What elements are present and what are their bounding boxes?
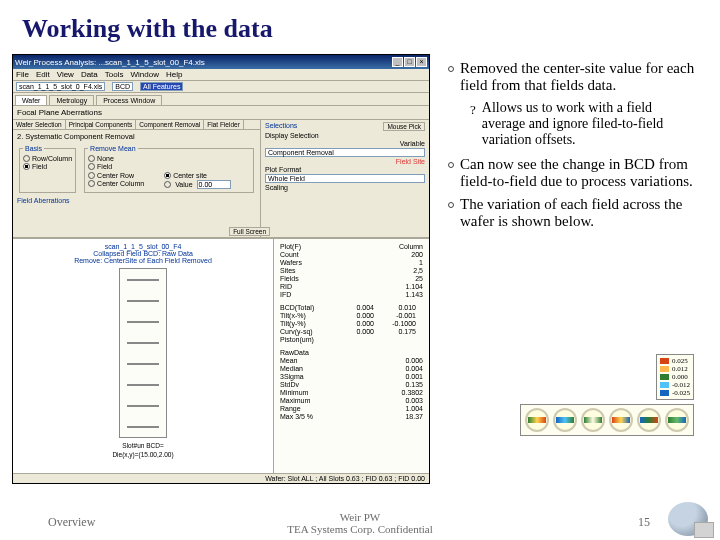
stat-val: 1 [419, 259, 423, 266]
stats-panel: Plot(F)Column Count200 Wafers1 Sites2,5 … [273, 239, 429, 473]
section-heading: 2. Systematic Component Removal [13, 130, 260, 143]
stat-label: Range [280, 405, 301, 412]
variable-label: Variable [265, 140, 425, 147]
tab-metrology[interactable]: Metrology [49, 95, 94, 105]
whole-field-select[interactable]: Whole Field [265, 174, 425, 183]
chart-foot-1: Slot#un BCD= [17, 442, 269, 449]
selections-label: Selections [265, 122, 297, 131]
mouse-pick-button[interactable]: Mouse Pick [383, 122, 425, 131]
close-button[interactable]: × [416, 57, 427, 67]
stat-val: 0.175 [374, 328, 416, 335]
component-removal-select[interactable]: Component Removal [265, 148, 425, 157]
full-screen-button[interactable]: Full Screen [229, 227, 270, 236]
subtab-flat-fielder[interactable]: Flat Fielder [204, 120, 244, 129]
wafer-thumb [609, 408, 633, 432]
stat-label: Maximum [280, 397, 310, 404]
tab-wafer[interactable]: Wafer [15, 95, 47, 105]
slide-footer: Overview Weir PW TEA Systems Corp. Confi… [0, 515, 720, 530]
radio-row-column[interactable] [23, 155, 30, 162]
main-tabs: Wafer Metrology Process Window [13, 93, 429, 106]
slide-title: Working with the data [0, 0, 720, 54]
radio-center-column[interactable] [88, 180, 95, 187]
legend-val: 0.000 [672, 373, 688, 381]
scaling-label: Scaling [265, 184, 425, 191]
stat-label: Piston(um) [280, 336, 332, 343]
feature-select[interactable]: All Features [140, 82, 183, 91]
stat-val: 0.000 [332, 312, 374, 319]
stat-label: Median [280, 365, 303, 372]
file-select[interactable]: scan_1_1_5_slot_0_F4.xls [16, 82, 105, 91]
remove-mean-group: Remove Mean None Field Center Row Center… [84, 145, 254, 193]
maximize-button[interactable]: □ [404, 57, 415, 67]
menu-data[interactable]: Data [81, 70, 98, 79]
stat-val: 0.003 [405, 397, 423, 404]
radio-field[interactable] [23, 163, 30, 170]
wafer-thumb [581, 408, 605, 432]
stat-label: Minimum [280, 389, 308, 396]
stat-val: 1.104 [405, 283, 423, 290]
stat-label: Fields [280, 275, 299, 282]
chart-title-3: Remove: CenterSite of Each Field Removed [17, 257, 269, 264]
subtab-principal-components[interactable]: Principal Components [66, 120, 137, 129]
opt-centersite-label: Center site [173, 172, 207, 179]
stat-val: 0.006 [405, 357, 423, 364]
stat-label: Curv(y-sq) [280, 328, 332, 335]
radio-field2[interactable] [88, 163, 95, 170]
sub-tabs: Wafer Selection Principal Components Com… [13, 120, 260, 130]
opt-centerrow-label: Center Row [97, 172, 134, 179]
field-aberrations-label: Field Aberrations [17, 197, 70, 204]
rawdata-heading: RawData [280, 349, 423, 356]
subbullet-icon: ? [470, 102, 476, 148]
stat-label: Wafers [280, 259, 302, 266]
legend-val: -0.012 [672, 381, 690, 389]
window-titlebar: Weir Process Analysis: ...scan_1_1_5_slo… [13, 55, 429, 69]
stat-val: 0.010 [374, 304, 416, 311]
stat-val: 0.004 [405, 365, 423, 372]
menu-help[interactable]: Help [166, 70, 182, 79]
radio-value[interactable] [164, 181, 171, 188]
stat-label: Tilt(x-%) [280, 312, 332, 319]
basis-rowcol-label: Row/Column [32, 155, 72, 162]
subtab-component-removal[interactable]: Component Removal [136, 120, 204, 129]
stats-h2: Column [399, 243, 423, 250]
stat-label: StdDv [280, 381, 299, 388]
value-input[interactable]: 0.00 [197, 180, 231, 189]
menu-edit[interactable]: Edit [36, 70, 50, 79]
radio-center-site[interactable] [164, 172, 171, 179]
mode-select[interactable]: BCD [112, 82, 133, 91]
opt-value-label: Value [175, 181, 192, 188]
remove-mean-legend: Remove Mean [88, 145, 138, 152]
tab-process-window[interactable]: Process Window [96, 95, 162, 105]
field-site-label: Field Site [265, 158, 425, 165]
stat-val: 0.004 [332, 304, 374, 311]
stat-label: IFD [280, 291, 291, 298]
wafer-thumb [665, 408, 689, 432]
bullet-1a: Allows us to work with a field average a… [482, 100, 698, 148]
stat-label: Max 3/5 % [280, 413, 313, 420]
radio-none[interactable] [88, 155, 95, 162]
status-bar: Wafer: Slot ALL ; All Slots 0.63 ; FID 0… [13, 473, 429, 483]
stat-val: 1.004 [405, 405, 423, 412]
chart-strip [119, 268, 167, 438]
chart-title-2: Collapsed Field BCD: Raw Data [17, 250, 269, 257]
menu-tools[interactable]: Tools [105, 70, 124, 79]
mini-figures: 0.025 0.012 0.000 -0.012 -0.025 [520, 354, 694, 436]
minimize-button[interactable]: _ [392, 57, 403, 67]
stat-label: Sites [280, 267, 296, 274]
legend-swatch [660, 390, 669, 396]
panel-title: Focal Plane Aberrations [13, 106, 429, 120]
subtab-wafer-selection[interactable]: Wafer Selection [13, 120, 66, 129]
radio-center-row[interactable] [88, 172, 95, 179]
page-number: 15 [638, 515, 650, 530]
wafer-thumb [637, 408, 661, 432]
menu-window[interactable]: Window [130, 70, 158, 79]
basis-field-label: Field [32, 163, 47, 170]
opt-field-label: Field [97, 163, 112, 170]
menu-view[interactable]: View [57, 70, 74, 79]
basis-group: Basis Row/Column Field [19, 145, 76, 193]
menu-file[interactable]: File [16, 70, 29, 79]
footer-mid-2: TEA Systems Corp. Confidential [287, 523, 432, 535]
wafer-thumb [553, 408, 577, 432]
legend-swatch [660, 382, 669, 388]
footer-left: Overview [48, 515, 95, 530]
